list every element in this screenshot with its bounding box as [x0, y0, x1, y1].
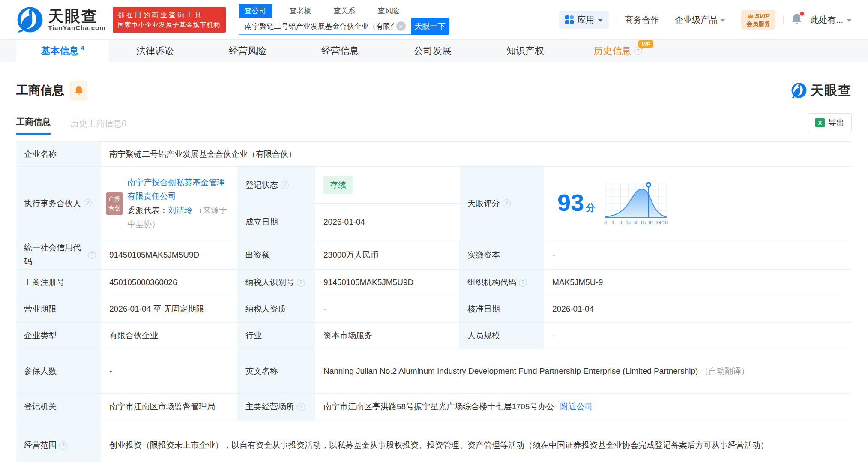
- subtab-row: 工商信息 历史工商信息0 导出: [16, 113, 852, 135]
- site-logo[interactable]: 天眼查 TianYanCha.com: [16, 6, 106, 33]
- excel-icon: [815, 118, 825, 127]
- table-row: 登记机关 南宁市江南区市场监督管理局 主要经营场所 南宁市江南区亭洪路58号振宁…: [16, 394, 852, 420]
- value-paid-capital: -: [544, 240, 852, 269]
- value-company-type: 有限合伙企业: [101, 323, 238, 349]
- partner-company-link[interactable]: 南宁产投合创私募基金管理有限责任公司: [127, 178, 225, 201]
- search-input[interactable]: [239, 18, 411, 35]
- chevron-down-icon: [847, 19, 852, 22]
- export-label: 导出: [828, 117, 844, 128]
- tab-company-development[interactable]: 公司发展: [386, 40, 479, 62]
- nearby-companies-link[interactable]: 附近公司: [560, 399, 593, 414]
- value-registration-authority: 南宁市江南区市场监督管理局: [101, 394, 238, 420]
- table-subrow: 登记状态 存续: [238, 167, 460, 203]
- divider: [617, 15, 617, 24]
- export-button[interactable]: 导出: [808, 113, 852, 132]
- table-row: 统一社会信用代码 91450105MAK5JM5U9D 出资额 23000万人民…: [16, 240, 852, 270]
- score-curve: [605, 189, 666, 217]
- table-row: 参保人数 - 英文名称 Nanning Julian No.2 Aluminum…: [16, 349, 852, 394]
- divider: [783, 15, 784, 24]
- rep-label: 委派代表：: [127, 206, 168, 215]
- value-registration-number: 450105000360026: [101, 270, 238, 296]
- user-menu[interactable]: 此处有...: [810, 14, 852, 26]
- svip-member-badge[interactable]: SVIP 会员服务: [741, 10, 775, 30]
- label-company-name: 企业名称: [16, 142, 101, 166]
- partner-avatar-badge: 产投 合创: [106, 192, 123, 215]
- score-axis-labels: 0 1 3 15 50 85 97 99 100: [605, 220, 668, 225]
- value-credit-code: 91450105MAK5JM5U9D: [101, 240, 238, 269]
- svg-text:99: 99: [656, 220, 661, 225]
- value-executive-partner: 产投 合创 南宁产投合创私募基金管理有限责任公司 委派代表：刘洁玲 （来源于中基…: [101, 167, 238, 240]
- business-info-table: 企业名称 南宁聚链二号铝产业发展基金合伙企业（有限合伙） 执行事务合伙人 产投 …: [16, 141, 852, 462]
- brand-domain: TianYanCha.com: [48, 24, 106, 31]
- value-establishment-date: 2026-01-04: [315, 204, 460, 240]
- search-input-wrap: [239, 18, 411, 35]
- chevron-down-icon: [720, 19, 725, 22]
- tab-lawsuits[interactable]: 法律诉讼: [109, 40, 201, 62]
- svg-text:100: 100: [663, 220, 668, 225]
- search-tab-company[interactable]: 查公司: [239, 4, 272, 18]
- table-subrow: 成立日期 2026-01-04: [238, 203, 460, 240]
- top-header: 天眼查 TianYanCha.com 都在用的商业查询工具 国家中小企业发展子基…: [0, 0, 868, 39]
- nav-enterprise-products[interactable]: 企业级产品: [675, 14, 725, 26]
- label-org-code: 组织机构代码: [460, 270, 544, 296]
- value-org-code: MAK5JM5U-9: [544, 270, 852, 296]
- search-tab-boss[interactable]: 查老板: [284, 4, 317, 18]
- value-tianyan-score: 93 分: [544, 167, 852, 240]
- divider: [667, 15, 667, 24]
- main-tabbar: 基本信息 4 法律诉讼 经营风险 经营信息 公司发展 知识产权 历史信息 VIP: [0, 39, 868, 62]
- auto-translate-note: （自动翻译）: [700, 366, 749, 375]
- tab-operating-info[interactable]: 经营信息: [294, 40, 386, 62]
- question-icon: [503, 199, 511, 207]
- search-button[interactable]: 天眼一下: [411, 18, 449, 35]
- label-business-address: 主要经营场所: [238, 394, 315, 420]
- promo-badge: 都在用的商业查询工具 国家中小企业发展子基金旗下机构: [113, 7, 226, 33]
- subscribe-bell-chip[interactable]: [70, 81, 87, 100]
- nav-enterprise-label: 企业级产品: [675, 14, 718, 26]
- label-business-scope: 经营范围: [16, 420, 101, 462]
- search-block: 查公司 查老板 查关系 查风险 天眼一下: [239, 5, 449, 35]
- search-tab-relation[interactable]: 查关系: [329, 4, 361, 18]
- label-registration-status: 登记状态: [238, 167, 315, 203]
- svg-text:50: 50: [634, 220, 639, 225]
- subtab-business-info[interactable]: 工商信息: [16, 116, 51, 135]
- subtab-history-business-info[interactable]: 历史工商信息0: [70, 118, 126, 135]
- user-menu-label: 此处有...: [810, 14, 843, 26]
- apps-button[interactable]: 应用: [559, 11, 609, 29]
- brand-name: 天眼查: [48, 8, 106, 24]
- value-insured-count: -: [101, 349, 238, 393]
- tianyancha-company-page: 天眼查 TianYanCha.com 都在用的商业查询工具 国家中小企业发展子基…: [0, 0, 868, 462]
- value-taxpayer-quality: -: [315, 296, 460, 322]
- watermark-brand-name: 天眼查: [811, 82, 852, 99]
- notification-dot: [800, 12, 804, 16]
- table-row: 企业类型 有限合伙企业 行业 资本市场服务 人员规模 -: [16, 323, 852, 349]
- value-business-term: 2026-01-04 至 无固定期限: [101, 296, 238, 322]
- search-tab-risk[interactable]: 查风险: [373, 4, 405, 18]
- tab-intellectual-property[interactable]: 知识产权: [479, 40, 572, 62]
- value-industry: 资本市场服务: [315, 323, 460, 349]
- tab-basic-info[interactable]: 基本信息 4: [16, 40, 109, 62]
- label-paid-capital: 实缴资本: [460, 240, 544, 269]
- section-title: 工商信息: [16, 82, 64, 99]
- question-icon: [84, 199, 92, 207]
- rep-name-link[interactable]: 刘洁玲: [168, 206, 192, 215]
- label-insured-count: 参保人数: [16, 349, 101, 393]
- label-approval-date: 核准日期: [460, 296, 544, 322]
- label-company-type: 企业类型: [16, 323, 101, 349]
- value-taxpayer-id: 91450105MAK5JM5U9D: [315, 270, 460, 296]
- divider: [733, 15, 733, 24]
- vip-badge: VIP: [638, 40, 653, 48]
- tab-operating-risk[interactable]: 经营风险: [201, 40, 294, 62]
- svip-sub-label: 会员服务: [746, 20, 770, 28]
- status-date-column: 登记状态 存续 成立日期 2026-01-04: [238, 167, 460, 240]
- tab-basic-info-count: 4: [81, 44, 84, 51]
- notification-bell[interactable]: [791, 13, 802, 27]
- value-company-name: 南宁聚链二号铝产业发展基金合伙企业（有限合伙）: [101, 142, 852, 166]
- status-badge: 存续: [323, 176, 353, 194]
- label-taxpayer-id: 纳税人识别号: [238, 270, 315, 296]
- table-row: 营业期限 2026-01-04 至 无固定期限 纳税人资质 - 核准日期 202…: [16, 296, 852, 323]
- tab-history-info[interactable]: 历史信息 VIP: [572, 40, 664, 62]
- content-area: 工商信息 天眼查 工商信息: [0, 81, 868, 462]
- clear-icon[interactable]: [396, 21, 406, 31]
- search-tabs: 查公司 查老板 查关系 查风险: [239, 5, 449, 18]
- nav-cooperation[interactable]: 商务合作: [625, 14, 659, 26]
